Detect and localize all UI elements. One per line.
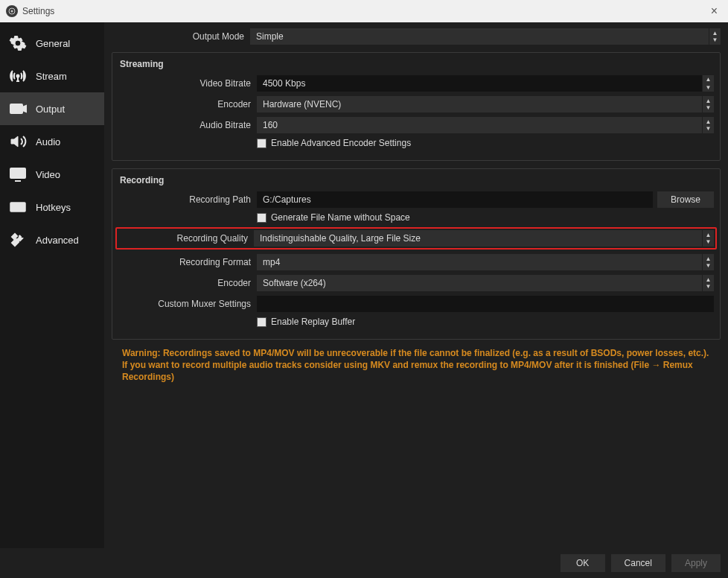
streaming-encoder-select[interactable]: Hardware (NVENC) ▲▼	[257, 96, 714, 112]
titlebar: Settings ×	[0, 0, 728, 22]
recording-quality-select[interactable]: Indistinguishable Quality, Large File Si…	[254, 230, 714, 247]
sidebar-item-label: Hotkeys	[36, 202, 71, 213]
output-mode-select[interactable]: Simple ▲▼	[250, 28, 721, 45]
chevron-updown-icon: ▲▼	[702, 96, 714, 112]
recording-section: Recording Recording Path G:/Captures Bro…	[112, 168, 721, 340]
muxer-settings-label: Custom Muxer Settings	[118, 299, 257, 309]
video-bitrate-label: Video Bitrate	[118, 78, 257, 89]
recording-encoder-select[interactable]: Software (x264) ▲▼	[257, 275, 714, 291]
browse-button[interactable]: Browse	[657, 191, 714, 208]
apply-button[interactable]: Apply	[671, 554, 721, 572]
enable-advanced-checkbox[interactable]: Enable Advanced Encoder Settings	[257, 138, 411, 148]
sidebar-item-output[interactable]: Output	[0, 92, 104, 125]
mp4-warning-text: Warning: Recordings saved to MP4/MOV wil…	[112, 340, 721, 384]
sidebar-item-label: General	[36, 38, 70, 49]
streaming-section: Streaming Video Bitrate 4500 Kbps ▲▼ Enc…	[112, 52, 721, 161]
sidebar-item-label: Stream	[36, 71, 67, 82]
monitor-icon	[7, 165, 28, 183]
window-title: Settings	[22, 6, 54, 16]
section-title-recording: Recording	[118, 175, 714, 191]
sidebar-item-label: Audio	[36, 136, 60, 147]
audio-bitrate-select[interactable]: 160 ▲▼	[257, 117, 714, 133]
streaming-encoder-label: Encoder	[118, 99, 257, 109]
chevron-updown-icon: ▲▼	[702, 230, 714, 247]
recording-format-label: Recording Format	[118, 257, 257, 267]
generate-filename-checkbox[interactable]: Generate File Name without Space	[257, 212, 410, 223]
recording-path-input[interactable]: G:/Captures	[257, 191, 653, 208]
gear-icon	[7, 34, 28, 52]
sidebar-item-stream[interactable]: Stream	[0, 60, 104, 92]
ok-button[interactable]: OK	[561, 554, 605, 572]
svg-rect-3	[10, 104, 22, 113]
enable-replay-buffer-checkbox[interactable]: Enable Replay Buffer	[257, 317, 355, 327]
sidebar-item-label: Advanced	[36, 235, 79, 246]
sidebar-item-general[interactable]: General	[0, 27, 104, 60]
chevron-updown-icon: ▲▼	[709, 28, 721, 45]
checkbox-icon	[257, 139, 266, 148]
svg-rect-4	[10, 168, 25, 178]
output-icon	[7, 100, 28, 118]
main-panel: Output Mode Simple ▲▼ Streaming Video Bi…	[104, 22, 728, 548]
sidebar-item-label: Output	[36, 104, 65, 115]
broadcast-icon	[7, 67, 28, 85]
recording-encoder-label: Encoder	[118, 278, 257, 288]
checkbox-icon	[257, 317, 266, 327]
recording-format-select[interactable]: mp4 ▲▼	[257, 254, 714, 270]
section-title-streaming: Streaming	[118, 59, 714, 75]
window-close-icon[interactable]: ×	[706, 4, 722, 18]
recording-quality-row-highlighted: Recording Quality Indistinguishable Qual…	[115, 227, 717, 250]
audio-bitrate-label: Audio Bitrate	[118, 120, 257, 130]
obs-app-icon	[6, 5, 18, 17]
sidebar-item-audio[interactable]: Audio	[0, 125, 104, 158]
stepper-icon[interactable]: ▲▼	[702, 75, 714, 92]
speaker-icon	[7, 133, 28, 150]
recording-path-label: Recording Path	[118, 194, 257, 205]
chevron-updown-icon: ▲▼	[702, 275, 714, 291]
chevron-updown-icon: ▲▼	[702, 117, 714, 133]
sidebar-item-hotkeys[interactable]: Hotkeys	[0, 191, 104, 223]
sidebar-item-advanced[interactable]: Advanced	[0, 223, 104, 256]
output-mode-label: Output Mode	[112, 31, 250, 42]
cancel-button[interactable]: Cancel	[611, 554, 665, 572]
svg-point-1	[11, 10, 13, 13]
recording-quality-label: Recording Quality	[118, 233, 254, 244]
dialog-footer: OK Cancel Apply	[0, 548, 728, 578]
sidebar-item-video[interactable]: Video	[0, 158, 104, 191]
checkbox-icon	[257, 213, 266, 223]
keyboard-icon	[7, 198, 28, 216]
sidebar-item-label: Video	[36, 169, 60, 180]
video-bitrate-input[interactable]: 4500 Kbps ▲▼	[257, 75, 714, 92]
muxer-settings-input[interactable]	[257, 296, 714, 312]
tools-icon	[7, 231, 28, 249]
chevron-updown-icon: ▲▼	[702, 254, 714, 270]
sidebar: General Stream Output Audio Video	[0, 22, 104, 548]
